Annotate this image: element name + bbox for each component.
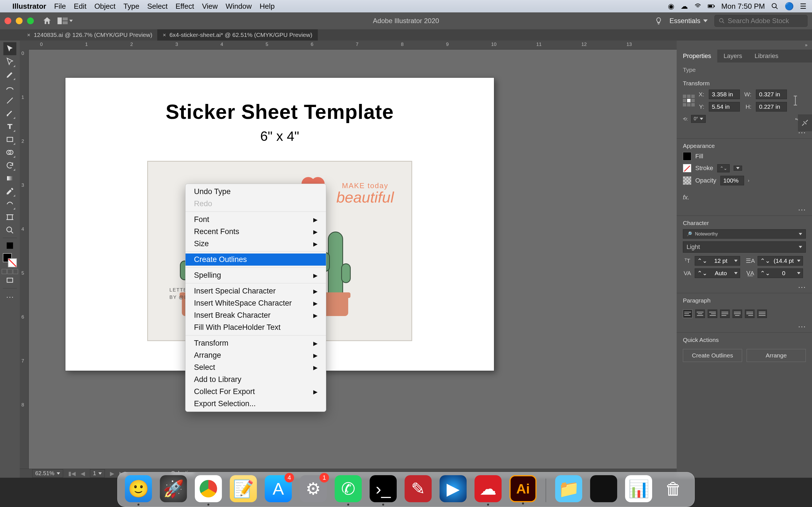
cm-create-outlines[interactable]: Create Outlines [186, 253, 326, 266]
menu-select[interactable]: Select [147, 2, 167, 11]
cm-fill-placeholder[interactable]: Fill With PlaceHolder Text [186, 321, 326, 334]
dock-recent-1[interactable] [590, 475, 617, 502]
dock-downloads[interactable]: 📁 [555, 475, 582, 502]
tab-properties[interactable]: Properties [677, 50, 717, 62]
reference-point[interactable] [683, 95, 695, 107]
appearance-more-icon[interactable]: ⋯ [677, 204, 812, 216]
type-tool[interactable] [3, 120, 16, 133]
control-center-icon[interactable]: ☰ [800, 2, 806, 11]
cm-transform[interactable]: Transform▶ [186, 337, 326, 349]
cm-insert-whitespace[interactable]: Insert WhiteSpace Character▶ [186, 297, 326, 309]
stroke-profile[interactable] [733, 166, 742, 171]
dock-finder[interactable]: 🙂 [125, 475, 152, 502]
selection-tool[interactable] [3, 42, 16, 55]
menu-type[interactable]: Type [123, 2, 139, 11]
dock-recent-2[interactable]: 📊 [625, 475, 652, 502]
cm-collect-export[interactable]: Collect For Export▶ [186, 386, 326, 398]
paintbrush-tool[interactable] [3, 107, 16, 120]
leading-input[interactable]: ⌃⌄(14.4 pt [758, 256, 803, 266]
edit-toolbar[interactable]: ⋯ [6, 292, 14, 302]
battery-icon[interactable] [708, 3, 715, 10]
dock-terminal[interactable]: ›_ [370, 475, 397, 502]
align-right[interactable] [708, 309, 717, 318]
y-input[interactable]: 5.54 in [709, 102, 740, 112]
pen-tool[interactable] [3, 68, 16, 81]
fill-swatch[interactable] [683, 152, 691, 161]
curvature-tool[interactable] [3, 81, 16, 94]
ruler-vertical[interactable]: 0 1 2 3 4 5 6 7 8 [20, 50, 29, 469]
qa-arrange[interactable]: Arrange [747, 349, 806, 362]
collapse-panels-icon[interactable]: » [805, 43, 808, 48]
search-stock[interactable]: Search Adobe Stock [714, 15, 808, 27]
cm-add-library[interactable]: Add to Library [186, 374, 326, 386]
dock-creative-cloud[interactable]: ☁ [474, 475, 502, 502]
menubar-clock[interactable]: Mon 7:50 PM [721, 2, 765, 11]
justify-all[interactable] [757, 309, 767, 318]
close-window[interactable] [4, 17, 11, 24]
close-tab-icon[interactable]: × [163, 32, 166, 38]
dock-quicktime[interactable]: ▶ [440, 475, 467, 502]
fill-stroke-swatch[interactable] [3, 253, 17, 267]
minimize-window[interactable] [16, 17, 22, 24]
arrange-dropdown[interactable] [69, 20, 73, 22]
opacity-swatch[interactable] [683, 176, 691, 185]
screen-mode[interactable] [3, 274, 16, 287]
tab-layers[interactable]: Layers [717, 50, 748, 62]
zoom-window[interactable] [27, 17, 34, 24]
zoom-level[interactable]: 62.51% [32, 469, 63, 477]
cm-insert-special[interactable]: Insert Special Character▶ [186, 285, 326, 297]
arrange-documents-icon[interactable] [57, 17, 68, 24]
menu-effect[interactable]: Effect [175, 2, 194, 11]
dock-trash[interactable]: 🗑 [660, 475, 687, 502]
opacity-arrow-icon[interactable]: › [748, 178, 749, 183]
artboard-tool[interactable] [3, 211, 16, 224]
kerning-input[interactable]: ⌃⌄Auto [695, 269, 740, 278]
doc-tab-1[interactable]: × 1240835.ai @ 126.7% (CMYK/GPU Preview) [22, 29, 158, 41]
doc-tab-2[interactable]: × 6x4-sticker-sheet.ai* @ 62.51% (CMYK/G… [158, 29, 318, 41]
cm-spelling[interactable]: Spelling▶ [186, 269, 326, 281]
transform-more-icon[interactable]: ⋯ [677, 127, 812, 138]
free-transform-tool[interactable] [3, 198, 16, 211]
dock-whatsapp[interactable]: ✆ [335, 475, 362, 502]
viewport[interactable]: Sticker Sheet Template 6" x 4" MAKE toda… [29, 50, 677, 469]
font-style-input[interactable]: Light [683, 241, 806, 252]
cc-status-icon[interactable]: ◉ [668, 2, 674, 11]
font-family-input[interactable]: 🔎 Noteworthy [683, 229, 806, 238]
draw-modes[interactable] [2, 269, 18, 274]
dock-chrome[interactable] [195, 475, 222, 502]
paragraph-more-icon[interactable]: ⋯ [677, 321, 812, 332]
fx-icon[interactable]: fx. [677, 193, 812, 204]
dock-illustrator[interactable]: Ai [509, 475, 537, 502]
spotlight-icon[interactable] [771, 3, 778, 10]
constrain-lock-icon[interactable] [791, 94, 800, 107]
stroke-weight[interactable]: ⌃⌄ [717, 164, 730, 172]
menu-file[interactable]: File [54, 2, 66, 11]
wifi-icon[interactable] [694, 3, 702, 10]
qa-create-outlines[interactable]: Create Outlines [683, 349, 742, 362]
cm-export-selection[interactable]: Export Selection... [186, 398, 326, 410]
flyout-link-icon[interactable] [798, 114, 812, 131]
gradient-tool[interactable] [3, 172, 16, 185]
cm-font[interactable]: Font▶ [186, 214, 326, 226]
line-tool[interactable] [3, 94, 16, 107]
direct-selection-tool[interactable] [3, 55, 16, 68]
opacity-input[interactable]: 100% [720, 176, 744, 185]
ruler-horizontal[interactable]: 0 1 2 3 4 5 6 7 8 9 10 11 12 13 [29, 41, 677, 50]
siri-icon[interactable]: 🔵 [784, 2, 794, 11]
x-input[interactable]: 3.358 in [709, 90, 740, 99]
close-tab-icon[interactable]: × [27, 32, 31, 38]
lightbulb-icon[interactable] [654, 17, 663, 25]
artboard-number[interactable]: 1 [90, 469, 105, 477]
workspace-switcher[interactable]: Essentials [670, 17, 708, 25]
cm-recent-fonts[interactable]: Recent Fonts▶ [186, 226, 326, 238]
w-input[interactable]: 0.327 in [756, 90, 787, 99]
dock-appstore[interactable]: A4 [265, 475, 292, 502]
menu-view[interactable]: View [202, 2, 218, 11]
prev-artboard[interactable]: ◀ [81, 470, 85, 477]
shape-builder-tool[interactable] [3, 146, 16, 159]
dock-notes[interactable]: 📝 [230, 475, 257, 502]
stroke-swatch[interactable] [683, 164, 691, 172]
justify-center[interactable] [732, 309, 742, 318]
justify-right[interactable] [745, 309, 755, 318]
justify-left[interactable] [720, 309, 730, 318]
